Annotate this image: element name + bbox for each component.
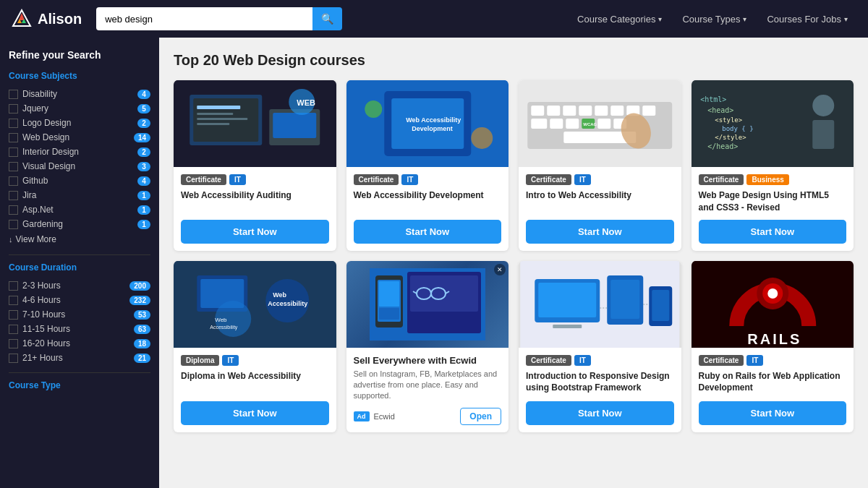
sidebar: Refine your Search Course Subjects Disab… — [0, 38, 159, 488]
nav-course-categories[interactable]: Course Categories ▾ — [569, 8, 671, 30]
badge-row: Certificate IT — [526, 174, 674, 185]
course-title: Introduction to Responsive Design using … — [526, 370, 674, 395]
filter-github[interactable]: Github 4 — [9, 174, 150, 188]
checkbox-7-10h[interactable] — [9, 310, 18, 320]
search-button[interactable]: 🔍 — [312, 7, 342, 30]
start-now-button[interactable]: Start Now — [526, 220, 674, 244]
nav-course-categories-label: Course Categories — [577, 14, 655, 25]
filter-count: 2 — [137, 119, 150, 128]
svg-text:Web: Web — [273, 291, 286, 299]
svg-text:<html>: <html> — [700, 95, 726, 103]
course-title: Web Accessibility Development — [354, 189, 502, 214]
checkbox-disability[interactable] — [9, 90, 18, 99]
checkbox-4-6h[interactable] — [9, 296, 18, 305]
filter-logo-design[interactable]: Logo Design 2 — [9, 116, 150, 130]
nav-courses-for-jobs[interactable]: Courses For Jobs ▾ — [758, 8, 856, 30]
filter-interior-design[interactable]: Interior Design 2 — [9, 145, 150, 159]
ad-text: Sell on Instagram, FB, Marketplaces and … — [354, 369, 502, 402]
filter-visual-design[interactable]: Visual Design 3 — [9, 159, 150, 174]
thumb-illustration: <html> <head> <style> body { } </style> … — [692, 80, 854, 167]
svg-rect-29 — [610, 106, 624, 116]
filter-disability[interactable]: Disability 4 — [9, 87, 150, 101]
filter-4-6-hours[interactable]: 4-6 Hours 232 — [9, 293, 150, 307]
checkbox-aspnet[interactable] — [9, 205, 18, 215]
thumb-illustration: Web Accessibility Web Accessibility — [174, 261, 336, 348]
svg-rect-63 — [379, 308, 399, 320]
checkbox-web-design[interactable] — [9, 133, 18, 142]
view-more-button[interactable]: ↓ View More — [9, 231, 150, 247]
filter-aspnet[interactable]: Asp.Net 1 — [9, 202, 150, 217]
svg-rect-7 — [197, 106, 240, 109]
badge-row: Certificate IT — [526, 355, 674, 366]
chevron-down-icon: ▾ — [743, 15, 746, 23]
checkbox-gardening[interactable] — [9, 220, 18, 229]
chevron-down-icon: ▾ — [844, 15, 848, 23]
badge-row: Certificate IT — [699, 355, 847, 366]
filter-count: 3 — [137, 162, 150, 171]
svg-text:Web Accessibility: Web Accessibility — [406, 116, 461, 124]
filter-21-plus-hours[interactable]: 21+ Hours 21 — [9, 351, 150, 365]
sidebar-title: Refine your Search — [9, 49, 150, 61]
ad-source: Ecwid — [374, 412, 456, 421]
checkbox-logo-design[interactable] — [9, 119, 18, 128]
checkbox-2-3h[interactable] — [9, 281, 18, 291]
filter-gardening[interactable]: Gardening 1 — [9, 217, 150, 231]
filter-2-3-hours[interactable]: 2-3 Hours 200 — [9, 278, 150, 293]
ad-title: Sell Everywhere with Ecwid — [354, 355, 502, 366]
checkbox-jquery[interactable] — [9, 104, 18, 114]
logo-text: Alison — [38, 11, 82, 27]
certificate-badge: Certificate — [526, 355, 571, 366]
start-now-button[interactable]: Start Now — [181, 401, 329, 425]
checkbox-21plusH[interactable] — [9, 354, 18, 363]
thumb-illustration: WCAG — [519, 80, 681, 167]
svg-text:WEB: WEB — [297, 98, 315, 107]
course-thumbnail: RAILS — [692, 261, 854, 348]
nav-courses-for-jobs-label: Courses For Jobs — [767, 14, 841, 25]
filter-label: Logo Design — [22, 118, 71, 128]
checkbox-github[interactable] — [9, 176, 18, 186]
start-now-button[interactable]: Start Now — [354, 220, 502, 244]
filter-label: Visual Design — [22, 161, 75, 171]
filter-label: Gardening — [22, 219, 63, 229]
course-thumbnail: WEB — [174, 80, 336, 167]
search-input[interactable] — [96, 7, 312, 30]
course-card-intro-web-accessibility: WCAG Certificate IT Intro t — [519, 80, 681, 251]
course-body: Certificate IT Introduction to Responsiv… — [519, 348, 681, 432]
filter-count: 63 — [134, 325, 150, 334]
checkbox-11-15h[interactable] — [9, 325, 18, 334]
certificate-badge: Certificate — [526, 174, 571, 185]
page-title: Top 20 Web Design courses — [174, 52, 854, 69]
svg-rect-73 — [538, 283, 596, 317]
ad-open-button[interactable]: Open — [460, 408, 501, 425]
courses-grid: WEB Certificate IT Web Accessibility Aud… — [174, 80, 854, 432]
course-body: Certificate IT Web Accessibility Develop… — [346, 167, 509, 251]
checkbox-jira[interactable] — [9, 191, 18, 200]
nav-course-types[interactable]: Course Types ▾ — [673, 8, 755, 30]
filter-11-15-hours[interactable]: 11-15 Hours 63 — [9, 322, 150, 336]
it-badge: IT — [746, 355, 763, 366]
certificate-badge: Certificate — [354, 174, 399, 185]
logo[interactable]: Alison — [12, 9, 82, 29]
svg-text:<head>: <head> — [707, 106, 733, 114]
checkbox-visual-design[interactable] — [9, 162, 18, 171]
start-now-button[interactable]: Start Now — [699, 401, 847, 425]
filter-16-20-hours[interactable]: 16-20 Hours 18 — [9, 336, 150, 351]
filter-label: 4-6 Hours — [22, 295, 61, 305]
ad-close-button[interactable]: ✕ — [494, 264, 506, 275]
filter-jira[interactable]: Jira 1 — [9, 188, 150, 202]
chevron-down-icon: ▾ — [658, 15, 662, 23]
filter-count: 4 — [137, 90, 150, 99]
filter-web-design[interactable]: Web Design 14 — [9, 130, 150, 145]
ad-illustration — [370, 268, 485, 341]
start-now-button[interactable]: Start Now — [526, 401, 674, 425]
start-now-button[interactable]: Start Now — [181, 220, 329, 244]
filter-jquery[interactable]: Jquery 5 — [9, 101, 150, 116]
checkbox-interior-design[interactable] — [9, 147, 18, 157]
course-card-web-accessibility-development: Web Accessibility Development Certificat… — [346, 80, 509, 251]
down-arrow-icon: ↓ — [9, 235, 13, 244]
checkbox-16-20h[interactable] — [9, 339, 18, 348]
start-now-button[interactable]: Start Now — [699, 220, 847, 244]
filter-7-10-hours[interactable]: 7-10 Hours 53 — [9, 307, 150, 322]
course-body: Certificate IT Ruby on Rails for Web App… — [692, 348, 854, 432]
svg-rect-74 — [553, 325, 582, 328]
